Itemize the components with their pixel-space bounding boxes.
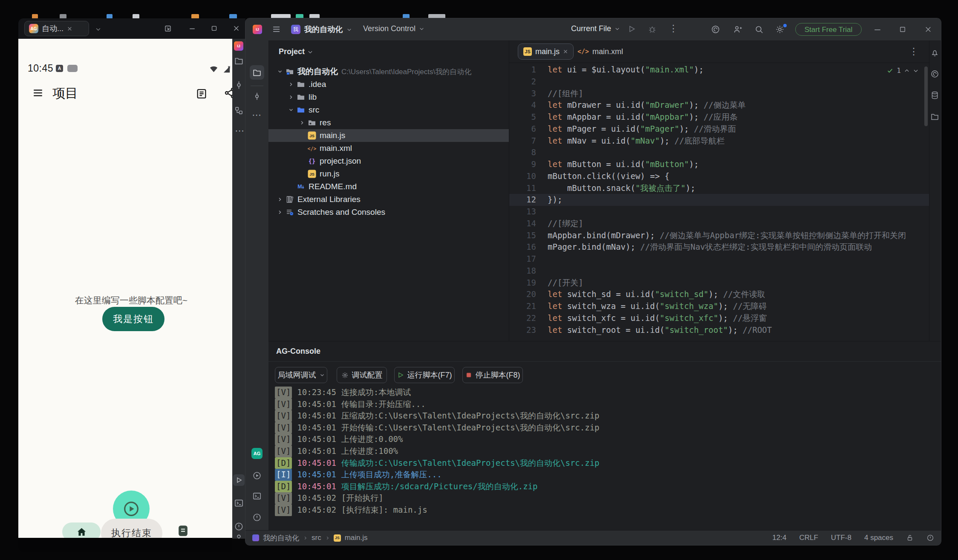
code-line-7[interactable]: 7let mNav = ui.id("mNav"); //底部导航栏: [509, 135, 929, 147]
code-line-22[interactable]: 22let switch_xfc = ui.id("switch_xfc"); …: [509, 312, 929, 324]
code-line-6[interactable]: 6let mPager = ui.id("mPager"); //滑动界面: [509, 123, 929, 135]
next-problem-icon[interactable]: [913, 68, 919, 74]
problems-tool-icon[interactable]: [252, 513, 262, 522]
start-free-trial-button[interactable]: Start Free Trial: [795, 23, 862, 36]
breadcrumb-src[interactable]: src: [312, 534, 321, 542]
nav-home-item[interactable]: [62, 522, 101, 538]
close-icon[interactable]: [233, 25, 240, 32]
log-doc-icon[interactable]: [176, 524, 190, 538]
minimize-icon[interactable]: [873, 29, 882, 31]
unlock-icon[interactable]: [906, 534, 914, 542]
code-line-23[interactable]: 23let switch_root = ui.id("switch_root")…: [509, 324, 929, 336]
code-line-1[interactable]: 1let ui = $ui.layout("main.xml");: [509, 64, 929, 76]
ag-console-tool-icon[interactable]: AG: [251, 448, 263, 459]
database-tool-icon[interactable]: [930, 91, 939, 100]
tree-item-lib-folder[interactable]: lib: [268, 91, 509, 104]
tab-close-icon[interactable]: [563, 49, 568, 54]
code-line-5[interactable]: 5let mAppbar = ui.id("mAppbar"); //应用条: [509, 111, 929, 123]
problems-icon[interactable]: [234, 522, 244, 531]
code-line-17[interactable]: 17: [509, 253, 929, 265]
maximize-icon[interactable]: [211, 25, 218, 32]
tree-item-main-xml[interactable]: </>main.xml: [268, 142, 509, 155]
code-line-12[interactable]: 12});: [509, 194, 929, 206]
inspection-widget[interactable]: 1: [886, 66, 919, 75]
error-indicator-icon[interactable]: [926, 534, 934, 542]
terminal-icon[interactable]: [234, 498, 244, 508]
phone-device-tab[interactable]: AG 自动...: [24, 21, 89, 36]
tree-item-scratches[interactable]: Scratches and Consoles: [268, 206, 509, 219]
tab-main-js[interactable]: JS main.js: [518, 43, 574, 60]
code-line-3[interactable]: 3//[组件]: [509, 88, 929, 100]
more-tools-icon[interactable]: ⋯: [252, 110, 261, 120]
code-line-20[interactable]: 20let switch_sd = ui.id("switch_sd"); //…: [509, 289, 929, 300]
code-line-11[interactable]: 11 mButton.snack("我被点击了");: [509, 182, 929, 194]
run-config-selector[interactable]: Current File: [571, 24, 620, 33]
structure-icon[interactable]: [234, 106, 244, 115]
editor-scrollbar[interactable]: [924, 66, 928, 126]
file-encoding[interactable]: UTF-8: [831, 534, 851, 542]
run-tool-icon[interactable]: [233, 474, 245, 486]
tree-item-src-folder[interactable]: src: [268, 104, 509, 116]
code-line-16[interactable]: 16mPager.bind(mNav); //滑动界面与Nav状态栏绑定:实现导…: [509, 241, 929, 253]
tree-chevron-icon[interactable]: [286, 94, 296, 101]
tree-item-idea-folder[interactable]: .idea: [268, 78, 509, 91]
document-list-icon[interactable]: [196, 88, 208, 100]
code-line-21[interactable]: 21let switch_wza = ui.id("switch_wza"); …: [509, 300, 929, 312]
maximize-icon[interactable]: [899, 26, 906, 33]
breadcrumb-project[interactable]: 我的自动化: [263, 533, 299, 543]
tree-item-root[interactable]: 我的自动化C:\Users\Talent\IdeaProjects\我的自动化: [268, 65, 509, 78]
code-line-19[interactable]: 19//[开关]: [509, 277, 929, 289]
terminal-tool-icon[interactable]: [252, 491, 262, 501]
code-line-10[interactable]: 10mButton.click((view) => {: [509, 170, 929, 182]
close-icon[interactable]: [924, 26, 932, 33]
ai-assistant-icon[interactable]: [711, 25, 720, 34]
search-everywhere-icon[interactable]: [754, 25, 764, 34]
tab-main-xml[interactable]: </> main.xml: [573, 43, 627, 60]
commit-tool-icon[interactable]: [252, 92, 262, 101]
demo-button[interactable]: 我是按钮: [102, 307, 164, 331]
code-line-15[interactable]: 15mAppbar.bind(mDrawer); //侧边菜单与Appbar绑定…: [509, 230, 929, 242]
vcs-widget[interactable]: Version Control: [363, 24, 424, 33]
code-editor[interactable]: 1let ui = $ui.layout("main.xml");23//[组件…: [509, 63, 929, 342]
tab-list-chevron-icon[interactable]: [95, 26, 101, 32]
ai-assistant-tool-icon[interactable]: [930, 69, 939, 78]
caret-position[interactable]: 12:4: [772, 534, 786, 542]
tree-item-project-json[interactable]: {}project.json: [268, 155, 509, 167]
debug-config-button[interactable]: 调试配置: [337, 367, 387, 383]
tree-chevron-icon[interactable]: [275, 68, 285, 75]
tab-close-icon[interactable]: [67, 26, 72, 32]
notifications-bell-icon[interactable]: [930, 48, 939, 57]
run-button-icon[interactable]: [627, 25, 636, 33]
tree-chevron-icon[interactable]: [275, 196, 285, 203]
project-folder-icon[interactable]: [234, 56, 244, 66]
tree-item-external-libraries[interactable]: External Libraries: [268, 193, 509, 206]
services-tool-icon[interactable]: [252, 471, 262, 480]
tree-chevron-icon[interactable]: [297, 119, 307, 126]
project-tool-icon[interactable]: [250, 65, 264, 80]
line-separator[interactable]: CRLF: [799, 534, 818, 542]
main-menu-icon[interactable]: [272, 25, 281, 34]
console-log-output[interactable]: [V]10:23:45连接成功:本地调试[V]10:45:01传输目录:开始压缩…: [275, 387, 931, 516]
code-line-14[interactable]: 14//[绑定]: [509, 218, 929, 230]
share-icon[interactable]: [224, 87, 232, 99]
tree-chevron-icon[interactable]: [286, 107, 296, 113]
code-line-9[interactable]: 9let mButton = ui.id("mButton");: [509, 159, 929, 170]
code-line-2[interactable]: 2: [509, 76, 929, 88]
commit-icon[interactable]: [234, 80, 244, 90]
code-line-13[interactable]: 13: [509, 206, 929, 218]
breadcrumbs[interactable]: 我的自动化 src JS main.js: [252, 533, 368, 543]
tree-chevron-icon[interactable]: [275, 209, 285, 216]
project-panel-header[interactable]: Project: [279, 47, 313, 56]
breadcrumb-file[interactable]: main.js: [345, 534, 368, 542]
more-tools-icon[interactable]: ⋯: [235, 126, 244, 136]
debug-mode-dropdown[interactable]: 局域网调试: [275, 367, 327, 383]
tree-item-main-js[interactable]: JSmain.js: [268, 129, 509, 142]
code-line-18[interactable]: 18: [509, 265, 929, 277]
code-with-me-icon[interactable]: [733, 25, 742, 34]
tab-options-icon[interactable]: ⋮: [909, 47, 918, 56]
indent-style[interactable]: 4 spaces: [864, 534, 893, 542]
detach-window-icon[interactable]: [164, 25, 172, 32]
device-explorer-tool-icon[interactable]: [930, 112, 939, 121]
debug-button-icon[interactable]: [648, 25, 657, 34]
code-line-4[interactable]: 4let mDrawer = ui.id("mDrawer"); //侧边菜单: [509, 99, 929, 111]
